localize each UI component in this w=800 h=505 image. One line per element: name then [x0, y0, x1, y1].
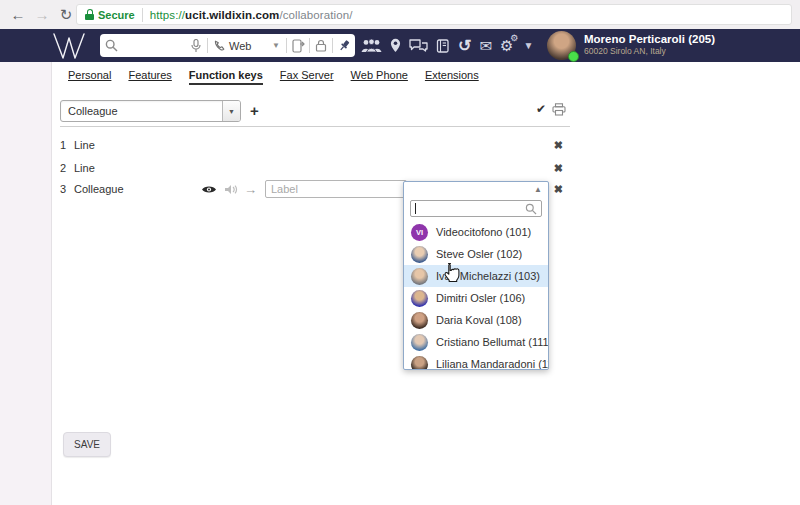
- lock-icon[interactable]: [310, 34, 332, 57]
- header-icon-row: ↺ ✉ ⚙⚙ ▼: [361, 29, 533, 62]
- wildix-logo: [46, 31, 90, 61]
- user-location: 60020 Sirolo AN, Italy: [584, 46, 715, 56]
- save-button[interactable]: SAVE: [63, 432, 111, 457]
- function-key-row-1: 1 Line ✖: [60, 136, 570, 154]
- page: ← → ↻ Secure https://ucit.wildixin.com/c…: [0, 0, 800, 505]
- call-mode-value: Web: [229, 40, 251, 52]
- settings-icon[interactable]: ⚙⚙: [500, 38, 513, 53]
- colleague-search-box[interactable]: [410, 200, 542, 217]
- colleague-name: Cristiano Bellumat (111): [436, 336, 549, 348]
- colleague-name: Videocitofono (101): [436, 226, 531, 238]
- row-type-label: Line: [74, 139, 95, 151]
- colleague-list: VI Videocitofono (101) Steve Osler (102)…: [404, 221, 548, 370]
- browser-reload-button[interactable]: ↻: [54, 6, 78, 24]
- microphone-icon[interactable]: [185, 34, 207, 57]
- remove-row-icon[interactable]: ✖: [554, 183, 563, 196]
- row-number: 2: [60, 162, 74, 174]
- call-mode-select[interactable]: Web ▼: [208, 40, 286, 52]
- colleague-search-input[interactable]: [416, 203, 525, 215]
- phone-icon: [214, 40, 225, 51]
- colleague-combo-panel: ▲ VI Videocitofono (101) Steve Osler (10…: [403, 181, 549, 370]
- chat-icon[interactable]: [409, 39, 428, 53]
- colleague-option[interactable]: Daria Koval (108): [404, 309, 548, 331]
- header-more-chevron-icon[interactable]: ▼: [523, 40, 533, 51]
- key-type-value: Colleague: [61, 105, 222, 117]
- browser-forward-button[interactable]: →: [30, 6, 54, 23]
- colleague-name: Dimitri Osler (106): [436, 292, 525, 304]
- row-type-label: Colleague: [74, 183, 179, 195]
- header-search-bar: Web ▼: [100, 34, 355, 57]
- colleague-option[interactable]: Ivan Michelazzi (103): [404, 265, 548, 287]
- colleague-option[interactable]: Steve Osler (102): [404, 243, 548, 265]
- chevron-up-icon: ▲: [534, 185, 542, 194]
- colleague-avatar: [411, 290, 428, 307]
- add-key-button[interactable]: +: [250, 102, 259, 119]
- colleagues-icon[interactable]: [361, 39, 382, 53]
- history-icon[interactable]: ↺: [458, 36, 471, 55]
- key-label-input[interactable]: [265, 180, 407, 198]
- colleague-avatar: [411, 356, 428, 371]
- search-icon: [525, 203, 537, 215]
- confirm-icon[interactable]: ✔: [536, 102, 546, 116]
- chevron-down-icon: ▼: [272, 41, 280, 50]
- phonebook-icon[interactable]: [436, 39, 450, 53]
- status-online-dot: [568, 51, 579, 62]
- url-text: https://ucit.wildixin.com/collaboration/: [150, 9, 353, 21]
- tab-extensions[interactable]: Extensions: [425, 69, 479, 85]
- remove-row-icon[interactable]: ✖: [554, 139, 563, 152]
- tab-personal[interactable]: Personal: [68, 69, 111, 85]
- key-type-select[interactable]: Colleague ▼: [60, 100, 241, 122]
- colleague-name: Daria Koval (108): [436, 314, 522, 326]
- browser-toolbar: ← → ↻ Secure https://ucit.wildixin.com/c…: [0, 0, 800, 29]
- colleague-avatar: VI: [411, 224, 428, 241]
- user-menu[interactable]: Moreno Perticaroli (205) 60020 Sirolo AN…: [584, 33, 715, 56]
- colleague-combo-toggle[interactable]: ▲: [404, 182, 548, 198]
- voicemail-icon[interactable]: ✉: [479, 37, 492, 55]
- settings-tabs: Personal Features Function keys Fax Serv…: [68, 69, 479, 85]
- ring-sound-icon[interactable]: [224, 184, 238, 195]
- select-arrow-button: ▼: [222, 101, 240, 121]
- call-transfer-icon[interactable]: [287, 34, 309, 57]
- function-key-row-2: 2 Line ✖: [60, 159, 570, 177]
- user-name: Moreno Perticaroli (205): [584, 33, 715, 46]
- tab-fax-server[interactable]: Fax Server: [280, 69, 334, 85]
- tab-function-keys[interactable]: Function keys: [189, 69, 263, 85]
- user-avatar[interactable]: [547, 31, 576, 60]
- row-number: 3: [60, 183, 74, 195]
- location-icon[interactable]: [390, 38, 401, 53]
- address-bar[interactable]: Secure https://ucit.wildixin.com/collabo…: [76, 4, 792, 25]
- search-icon: [100, 34, 122, 57]
- pin-icon[interactable]: [333, 34, 355, 57]
- colleague-avatar: [411, 246, 428, 263]
- colleague-name: Ivan Michelazzi (103): [436, 270, 540, 282]
- search-input[interactable]: [122, 34, 185, 57]
- colleague-avatar: [411, 268, 428, 285]
- toolbar-divider: [60, 126, 570, 127]
- left-margin-strip: [0, 62, 52, 505]
- colleague-option[interactable]: VI Videocitofono (101): [404, 221, 548, 243]
- colleague-option[interactable]: Cristiano Bellumat (111): [404, 331, 548, 353]
- row-number: 1: [60, 139, 74, 151]
- colleague-name: Liliana Mandaradoni (112): [436, 358, 549, 370]
- url-domain: ucit.wildixin.com: [185, 9, 279, 21]
- browser-back-button[interactable]: ←: [6, 6, 30, 23]
- url-divider: [142, 8, 143, 22]
- colleague-avatar: [411, 334, 428, 351]
- print-icon[interactable]: [552, 103, 566, 116]
- url-path: /collaboration/: [279, 9, 352, 21]
- forward-arrow-icon[interactable]: →: [244, 182, 257, 197]
- tab-web-phone[interactable]: Web Phone: [351, 69, 408, 85]
- secure-label: Secure: [98, 9, 135, 21]
- tab-features[interactable]: Features: [128, 69, 171, 85]
- colleague-option[interactable]: Liliana Mandaradoni (112): [404, 353, 548, 370]
- secure-lock-icon: [85, 9, 94, 20]
- colleague-option[interactable]: Dimitri Osler (106): [404, 287, 548, 309]
- row-type-label: Line: [74, 162, 95, 174]
- colleague-avatar: [411, 312, 428, 329]
- remove-row-icon[interactable]: ✖: [554, 162, 563, 175]
- colleague-name: Steve Osler (102): [436, 248, 522, 260]
- visibility-eye-icon[interactable]: [201, 184, 217, 195]
- url-scheme: https://: [150, 9, 185, 21]
